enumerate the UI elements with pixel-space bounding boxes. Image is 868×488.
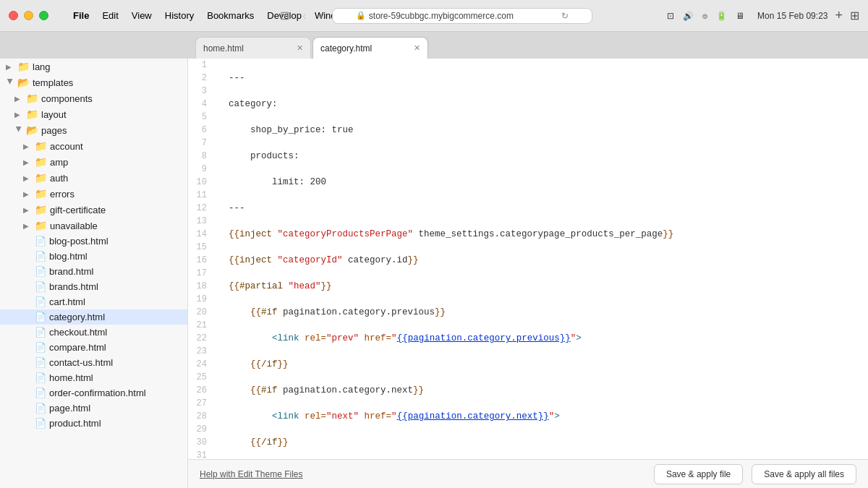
- sidebar-label-account: account: [50, 141, 83, 152]
- code-line-3: shop_by_price: true: [229, 124, 868, 137]
- sidebar-item-layout[interactable]: ▶ 📁 layout: [0, 106, 187, 122]
- lock-icon: 🔒: [356, 11, 366, 20]
- sidebar-label-pages: pages: [41, 125, 67, 136]
- traffic-lights: [9, 11, 48, 20]
- url-text: store-59cubbgc.mybigcommerce.com: [369, 11, 514, 21]
- sidebar-label-blog: blog.html: [49, 251, 88, 262]
- tabs-bar: home.html ✕ category.html ✕: [0, 32, 868, 59]
- titlebar: File Edit View History Bookmarks Develop…: [0, 0, 868, 32]
- sidebar-item-pages[interactable]: ▶ 📂 pages: [0, 122, 187, 138]
- sidebar-item-components[interactable]: ▶ 📁 components: [0, 90, 187, 106]
- code-line-15: {{/if}}: [229, 436, 868, 449]
- minimize-button[interactable]: [24, 11, 33, 20]
- sidebar-item-account[interactable]: ▶ 📁 account: [0, 138, 187, 154]
- sidebar-label-lang: lang: [33, 61, 51, 72]
- line-numbers: 12345 678910 1112131415 1617181920 21222…: [188, 59, 220, 459]
- sidebar-label-blog-post: blog-post.html: [49, 236, 109, 247]
- menu-view[interactable]: History: [165, 10, 194, 21]
- close-button[interactable]: [9, 11, 18, 20]
- file-icon: 📄: [35, 357, 46, 368]
- code-line-8: {{inject "categoryId" category.id}}: [229, 254, 868, 267]
- sidebar-item-blog-post-html[interactable]: 📄 blog-post.html: [0, 234, 187, 249]
- toggle-icon: ▶: [14, 111, 23, 119]
- menu-safari[interactable]: File: [73, 10, 89, 21]
- sidebar-item-cart-html[interactable]: 📄 cart.html: [0, 294, 187, 309]
- sidebar-item-home-html[interactable]: 📄 home.html: [0, 370, 187, 385]
- folder-icon: 📁: [17, 61, 30, 72]
- file-icon: 📄: [35, 296, 46, 307]
- sidebar-item-brand-html[interactable]: 📄 brand.html: [0, 264, 187, 279]
- folder-icon: 📁: [35, 188, 47, 200]
- editor-content[interactable]: 12345 678910 1112131415 1617181920 21222…: [188, 59, 868, 459]
- sidebar-label-contact-us: contact-us.html: [49, 357, 113, 368]
- toggle-icon: ▶: [6, 63, 14, 71]
- menu-history[interactable]: Bookmarks: [207, 10, 254, 21]
- tab-home-label: home.html: [203, 43, 244, 53]
- sidebar-item-order-confirmation-html[interactable]: 📄 order-confirmation.html: [0, 385, 187, 401]
- file-icon: 📄: [35, 266, 46, 277]
- code-line-10: {{#if pagination.category.previous}}: [229, 306, 868, 319]
- sidebar-label-category: category.html: [49, 312, 105, 322]
- sidebar-item-category-html[interactable]: 📄 category.html: [0, 309, 187, 325]
- file-icon: 📄: [35, 312, 46, 322]
- folder-icon: 📂: [26, 124, 38, 136]
- back-button[interactable]: ‹: [298, 8, 310, 24]
- footer-buttons: Save & apply file Save & apply all files: [654, 464, 856, 484]
- sidebar-item-page-html[interactable]: 📄 page.html: [0, 401, 187, 416]
- fullscreen-button[interactable]: [39, 11, 48, 20]
- tab-home-close[interactable]: ✕: [297, 43, 303, 53]
- video-icon[interactable]: ⊡: [667, 11, 674, 21]
- refresh-icon[interactable]: ↻: [561, 11, 569, 21]
- toggle-icon: ▶: [23, 206, 32, 214]
- sidebar-item-errors[interactable]: ▶ 📁 errors: [0, 186, 187, 202]
- menu-file[interactable]: Edit: [102, 10, 118, 21]
- sidebar-item-templates[interactable]: ▶ 📂 templates: [0, 74, 187, 90]
- help-link[interactable]: Help with Edit Theme Files: [200, 469, 303, 479]
- code-line-12: {{/if}}: [229, 358, 868, 371]
- editor-area: 12345 678910 1112131415 1617181920 21222…: [188, 59, 868, 488]
- folder-icon: 📁: [35, 172, 47, 184]
- sidebar-label-home: home.html: [49, 372, 93, 383]
- battery-icon[interactable]: 🔋: [716, 11, 727, 21]
- audio-icon[interactable]: 🔊: [683, 11, 694, 21]
- new-tab-button[interactable]: +: [835, 8, 843, 23]
- forward-button[interactable]: ›: [315, 8, 328, 24]
- sidebar-item-product-html[interactable]: 📄 product.html: [0, 416, 187, 431]
- sidebar-label-page: page.html: [49, 403, 90, 414]
- sidebar-item-auth[interactable]: ▶ 📁 auth: [0, 170, 187, 186]
- tab-home[interactable]: home.html ✕: [195, 37, 311, 59]
- sidebar-item-brands-html[interactable]: 📄 brands.html: [0, 279, 187, 294]
- file-icon: 📄: [35, 418, 46, 429]
- code-editor[interactable]: --- category: shop_by_price: true produc…: [220, 59, 868, 459]
- sidebar-item-contact-us-html[interactable]: 📄 contact-us.html: [0, 355, 187, 370]
- code-line-4: products:: [229, 150, 868, 163]
- monitor-icon[interactable]: 🖥: [736, 11, 744, 21]
- sidebar-label-layout: layout: [41, 109, 67, 120]
- toggle-icon: ▶: [23, 190, 32, 198]
- toggle-icon: ▶: [15, 126, 23, 134]
- tab-category-close[interactable]: ✕: [414, 43, 420, 53]
- sidebar-item-lang[interactable]: ▶ 📁 lang: [0, 59, 187, 74]
- toggle-icon: ▶: [23, 174, 32, 182]
- split-view-icon[interactable]: ⊞: [850, 9, 859, 22]
- sidebar-item-blog-html[interactable]: 📄 blog.html: [0, 249, 187, 264]
- url-bar[interactable]: 🔒 store-59cubbgc.mybigcommerce.com ↻: [332, 8, 592, 24]
- wifi-icon[interactable]: ⌾: [702, 11, 707, 21]
- sidebar-item-compare-html[interactable]: 📄 compare.html: [0, 340, 187, 355]
- sidebar-item-amp[interactable]: ▶ 📁 amp: [0, 154, 187, 170]
- sidebar-label-errors: errors: [50, 189, 75, 200]
- file-icon: 📄: [35, 251, 46, 262]
- file-icon: 📄: [35, 388, 46, 398]
- save-file-button[interactable]: Save & apply file: [654, 464, 743, 484]
- menu-edit[interactable]: View: [132, 10, 152, 21]
- sidebar-item-checkout-html[interactable]: 📄 checkout.html: [0, 325, 187, 340]
- sidebar-toggle-button[interactable]: ⊡: [276, 7, 294, 24]
- sidebar-label-checkout: checkout.html: [49, 327, 107, 338]
- folder-icon: 📁: [35, 140, 47, 152]
- sidebar-item-unavailable[interactable]: ▶ 📁 unavailable: [0, 218, 187, 234]
- tab-category[interactable]: category.html ✕: [312, 37, 428, 59]
- sidebar-label-auth: auth: [50, 173, 68, 184]
- save-all-button[interactable]: Save & apply all files: [752, 464, 856, 484]
- sidebar-item-gift-certificate[interactable]: ▶ 📁 gift-certificate: [0, 202, 187, 218]
- tab-category-label: category.html: [320, 43, 372, 53]
